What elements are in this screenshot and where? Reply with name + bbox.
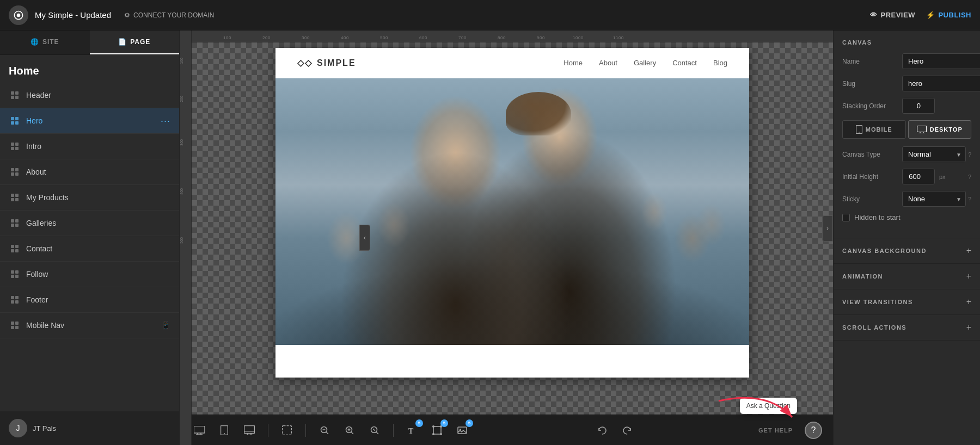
- canvas-expand-right-btn[interactable]: ›: [822, 215, 833, 242]
- desktop-view-btn-panel[interactable]: DESKTOP: [908, 120, 972, 139]
- canvas-type-select[interactable]: Normal: [902, 146, 966, 162]
- initial-height-input[interactable]: [902, 169, 935, 184]
- monitor-view-btn[interactable]: [241, 422, 258, 439]
- sidebar-item-header[interactable]: Header: [0, 83, 179, 108]
- text-badge: 5: [415, 419, 423, 427]
- canvas-stacking-input[interactable]: [902, 98, 935, 114]
- sidebar-item-galleries[interactable]: Galleries: [0, 211, 179, 236]
- sidebar-item-follow[interactable]: Follow: [0, 262, 179, 287]
- svg-rect-20: [15, 198, 19, 201]
- hidden-to-start-checkbox[interactable]: [842, 214, 850, 221]
- sidebar-item-my-products[interactable]: My Products: [0, 185, 179, 211]
- sidebar-collapse-btn[interactable]: ‹: [359, 225, 370, 251]
- sidebar-item-mobile-nav[interactable]: Mobile Nav 📱: [0, 313, 179, 338]
- tablet-view-btn[interactable]: [216, 422, 233, 439]
- canvas-stacking-field: Stacking Order: [842, 98, 971, 114]
- scroll-actions-section[interactable]: SCROLL ACTIONS +: [834, 315, 980, 341]
- get-help-label: GET HELP: [758, 427, 793, 434]
- toolbar-separator-1: [268, 424, 268, 437]
- zoom-out-btn[interactable]: [316, 422, 333, 439]
- main-layout: 🌐 SITE 📄 PAGE Home Header He: [0, 30, 980, 445]
- canvas-type-help[interactable]: ?: [968, 151, 971, 158]
- svg-line-61: [373, 429, 375, 431]
- canvas-name-label: Name: [842, 58, 902, 65]
- view-toggle: MOBILE DESKTOP: [842, 120, 971, 139]
- tab-page[interactable]: 📄 PAGE: [90, 30, 180, 54]
- select-tool-btn[interactable]: [278, 422, 296, 439]
- hidden-to-start-field: Hidden to start: [842, 213, 971, 221]
- sidebar-item-hero[interactable]: Hero ···: [0, 108, 179, 134]
- svg-rect-69: [458, 427, 467, 434]
- desktop-view-btn[interactable]: [191, 422, 208, 439]
- app-logo[interactable]: [9, 5, 28, 25]
- connect-domain-btn[interactable]: ⚙ CONNECT YOUR DOMAIN: [124, 11, 214, 19]
- sidebar-item-intro[interactable]: Intro: [0, 134, 179, 159]
- lightning-icon: ⚡: [926, 11, 935, 19]
- hero-more-btn[interactable]: ···: [161, 115, 170, 127]
- svg-rect-41: [194, 426, 205, 433]
- canvas-type-select-wrap: Normal ▼: [902, 146, 966, 162]
- canvas-viewport[interactable]: › ◇◇ SIMPLE Home About Gal: [192, 42, 833, 415]
- svg-text:T: T: [408, 427, 414, 435]
- sidebar-item-contact[interactable]: Contact: [0, 236, 179, 262]
- canvas-ruler-vertical: 100 200 300 400 500: [180, 42, 192, 415]
- eye-icon: 👁: [870, 11, 878, 19]
- grid-icon-about: [9, 166, 21, 178]
- svg-rect-36: [15, 300, 19, 304]
- zoom-fit-btn[interactable]: [366, 422, 383, 439]
- toolbar-separator-2: [305, 424, 306, 437]
- svg-line-62: [376, 432, 378, 434]
- svg-rect-21: [11, 219, 14, 222]
- svg-rect-10: [15, 143, 19, 146]
- grid-icon: [9, 89, 21, 101]
- site-hero-preview[interactable]: [275, 78, 749, 345]
- mobile-icon: 📱: [161, 321, 170, 330]
- canvas-slug-input[interactable]: [902, 76, 980, 91]
- svg-point-0: [17, 13, 21, 17]
- svg-point-46: [224, 433, 225, 434]
- toolbar-separator-3: [393, 424, 394, 437]
- sidebar-item-about[interactable]: About: [0, 159, 179, 185]
- nav-contact: Contact: [672, 59, 697, 67]
- view-transitions-section[interactable]: VIEW TRANSITIONS +: [834, 289, 980, 315]
- tab-site[interactable]: 🌐 SITE: [0, 30, 90, 54]
- undo-btn[interactable]: [593, 422, 611, 439]
- animation-section[interactable]: ANIMATION +: [834, 264, 980, 289]
- sticky-help[interactable]: ?: [968, 196, 971, 202]
- resize-tool-btn[interactable]: 5: [428, 422, 446, 439]
- zoom-in-btn[interactable]: [341, 422, 358, 439]
- svg-rect-15: [11, 172, 14, 176]
- canvas-name-input[interactable]: [902, 53, 980, 69]
- logo-diamond-icon: ◇◇: [297, 58, 313, 68]
- preview-btn[interactable]: 👁 PREVIEW: [870, 11, 915, 19]
- svg-rect-33: [11, 296, 14, 299]
- canvas-type-field: Canvas Type Normal ▼ ?: [842, 146, 971, 162]
- canvas-background-section[interactable]: CANVAS BACKGROUND +: [834, 238, 980, 264]
- svg-rect-23: [11, 224, 14, 227]
- redo-btn[interactable]: [618, 422, 636, 439]
- svg-rect-35: [11, 300, 14, 304]
- user-avatar[interactable]: J: [9, 419, 27, 437]
- sidebar-item-footer[interactable]: Footer: [0, 287, 179, 313]
- text-tool-btn[interactable]: T 5: [403, 422, 421, 439]
- canvas-slug-label: Slug: [842, 80, 902, 88]
- view-transitions-expand-icon: +: [966, 297, 971, 307]
- svg-point-73: [859, 132, 860, 133]
- sidebar-items-list: Header Hero ··· Intro: [0, 83, 179, 411]
- site-footer-preview: [275, 345, 749, 378]
- right-panel: CANVAS Name Slug Stacking Order: [833, 30, 980, 445]
- mobile-view-btn[interactable]: MOBILE: [842, 120, 906, 139]
- publish-btn[interactable]: ⚡ PUBLISH: [926, 11, 971, 19]
- svg-rect-32: [15, 275, 19, 278]
- canvas-stacking-label: Stacking Order: [842, 102, 902, 110]
- sticky-select[interactable]: None: [902, 191, 966, 207]
- help-circle-btn[interactable]: ?: [805, 422, 822, 439]
- resize-badge: 5: [440, 419, 448, 427]
- image-tool-btn[interactable]: 5: [454, 422, 471, 439]
- canvas-section-title: CANVAS: [842, 39, 971, 46]
- sidebar-footer: J JT Pals: [0, 411, 179, 445]
- canvas-background-title: CANVAS BACKGROUND: [842, 248, 966, 254]
- initial-height-help[interactable]: ?: [968, 174, 971, 180]
- page-icon: 📄: [118, 38, 127, 46]
- svg-rect-28: [15, 249, 19, 252]
